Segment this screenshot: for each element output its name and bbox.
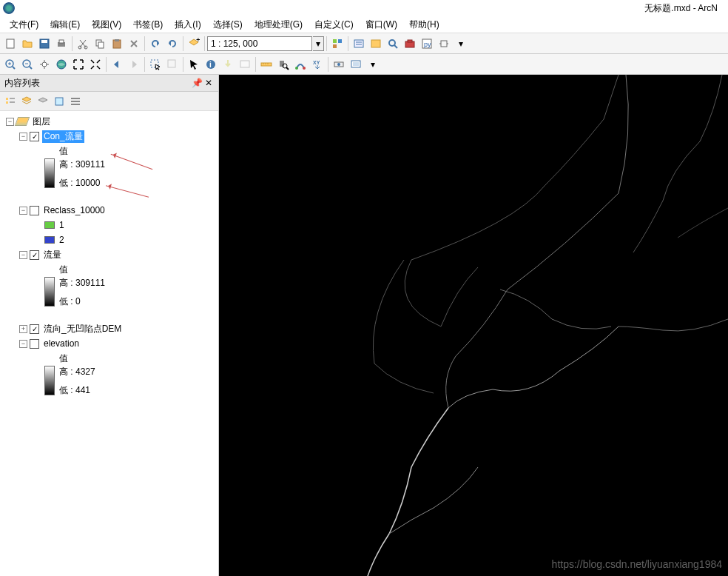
back-button[interactable] — [109, 56, 125, 73]
layer-row[interactable]: + 流向_无凹陷点DEM — [1, 321, 217, 336]
zoom-out-button[interactable] — [19, 56, 36, 73]
menu-customize[interactable]: 自定义(C) — [309, 17, 360, 33]
pin-icon[interactable]: 📌 — [192, 78, 202, 88]
layer-row[interactable]: − Con_流量 — [1, 129, 217, 144]
menu-window[interactable]: 窗口(W) — [360, 17, 403, 33]
open-button[interactable] — [19, 36, 36, 52]
class-label: 1 — [58, 220, 66, 230]
svg-rect-55 — [353, 62, 359, 66]
list-by-drawing-icon[interactable] — [3, 94, 18, 109]
close-icon[interactable]: ✕ — [203, 78, 214, 88]
menu-file[interactable]: 文件(F) — [4, 17, 44, 33]
svg-rect-46 — [280, 61, 284, 67]
find-button[interactable] — [275, 56, 291, 73]
add-data-button[interactable]: + — [186, 36, 202, 52]
scale-dropdown[interactable]: ▾ — [313, 36, 324, 51]
menu-selection[interactable]: 选择(S) — [207, 17, 249, 33]
catalog-button[interactable] — [368, 36, 384, 52]
layer-checkbox[interactable] — [30, 339, 39, 349]
collapse-icon[interactable]: − — [6, 118, 14, 126]
toc-panel: 内容列表 📌 ✕ − 图层 − Con_流量 — [0, 75, 219, 576]
toolbox-button[interactable] — [402, 36, 418, 52]
menu-edit[interactable]: 编辑(E) — [44, 17, 86, 33]
fixed-zoom-in-button[interactable] — [70, 56, 87, 73]
options-icon[interactable] — [68, 94, 83, 109]
dropdown-more-icon[interactable]: ▾ — [453, 36, 469, 52]
svg-line-20 — [394, 45, 397, 48]
menu-view[interactable]: 视图(V) — [86, 17, 127, 33]
undo-button[interactable] — [147, 36, 164, 52]
layer-checkbox[interactable] — [30, 324, 39, 334]
collapse-icon[interactable]: − — [19, 340, 27, 348]
forward-button[interactable] — [126, 56, 142, 73]
expand-icon[interactable]: + — [19, 325, 27, 333]
save-button[interactable] — [36, 36, 53, 52]
layer-name[interactable]: Con_流量 — [42, 130, 84, 143]
create-viewer-button[interactable] — [348, 56, 364, 73]
goto-xy-button[interactable]: XY — [309, 56, 326, 73]
select-elements-button[interactable] — [186, 56, 202, 73]
menu-help[interactable]: 帮助(H) — [403, 17, 445, 33]
svg-line-48 — [286, 67, 289, 70]
search-button[interactable] — [385, 36, 401, 52]
redo-button[interactable] — [164, 36, 181, 52]
html-popup-button[interactable] — [237, 56, 253, 73]
list-by-source-icon[interactable] — [19, 94, 34, 109]
layer-row[interactable]: − Reclass_10000 — [1, 203, 217, 218]
value-label-row: 值 — [1, 262, 217, 277]
map-canvas[interactable]: https://blog.csdn.net/liyuanxiang1984 — [219, 75, 728, 576]
layer-name[interactable]: Reclass_10000 — [42, 205, 107, 215]
scale-input[interactable]: 1 : 125, 000 — [207, 36, 312, 51]
measure-button[interactable] — [258, 56, 274, 73]
time-slider-button[interactable] — [331, 56, 347, 73]
low-value: 低 : 0 — [58, 295, 107, 308]
svg-text:i: i — [209, 61, 212, 69]
menu-insert[interactable]: 插入(I) — [169, 17, 206, 33]
pan-button[interactable] — [36, 56, 53, 73]
menu-bookmarks[interactable]: 书签(B) — [127, 17, 169, 33]
layer-checkbox[interactable] — [30, 250, 39, 260]
list-by-visibility-icon[interactable] — [36, 94, 50, 109]
collapse-icon[interactable]: − — [19, 251, 27, 259]
identify-button[interactable]: i — [203, 56, 219, 73]
fixed-zoom-out-button[interactable] — [87, 56, 104, 73]
full-extent-button[interactable] — [53, 56, 70, 73]
print-button[interactable] — [53, 36, 70, 52]
cut-button[interactable] — [75, 36, 91, 52]
layer-checkbox[interactable] — [30, 206, 39, 215]
stream-network — [219, 75, 728, 576]
find-route-button[interactable] — [292, 56, 309, 73]
svg-text:py: py — [424, 41, 431, 48]
toc-title: 内容列表 — [4, 77, 190, 90]
copy-button[interactable] — [92, 36, 108, 52]
layers-root[interactable]: − 图层 — [1, 114, 217, 129]
delete-button[interactable] — [126, 36, 142, 52]
layer-row[interactable]: − 流量 — [1, 247, 217, 262]
python-button[interactable]: py — [419, 36, 435, 52]
hyperlink-button[interactable] — [220, 56, 236, 73]
editor-toolbar-icon[interactable] — [329, 36, 346, 52]
layer-checkbox[interactable] — [30, 132, 39, 141]
layer-row[interactable]: − elevation — [1, 336, 217, 351]
toc-header: 内容列表 📌 ✕ — [0, 75, 218, 92]
clear-selection-button[interactable] — [164, 56, 181, 73]
dropdown-more2-icon[interactable]: ▾ — [365, 56, 381, 73]
paste-button[interactable] — [109, 36, 125, 52]
model-button[interactable] — [436, 36, 452, 52]
zoom-in-button[interactable] — [2, 56, 18, 73]
svg-rect-14 — [333, 44, 337, 48]
layer-name[interactable]: elevation — [42, 338, 81, 349]
layer-name[interactable]: 流向_无凹陷点DEM — [42, 323, 123, 335]
low-value: 低 : 10000 — [58, 177, 107, 190]
svg-point-53 — [337, 63, 340, 66]
toc-button[interactable] — [351, 36, 367, 52]
list-by-selection-icon[interactable] — [52, 94, 67, 109]
select-features-button[interactable] — [147, 56, 164, 73]
new-button[interactable] — [2, 36, 18, 52]
collapse-icon[interactable]: − — [19, 207, 27, 215]
layer-name[interactable]: 流量 — [42, 249, 63, 261]
color-swatch — [44, 236, 55, 244]
svg-rect-0 — [7, 39, 14, 48]
menu-geoprocessing[interactable]: 地理处理(G) — [249, 17, 309, 33]
collapse-icon[interactable]: − — [19, 133, 27, 141]
